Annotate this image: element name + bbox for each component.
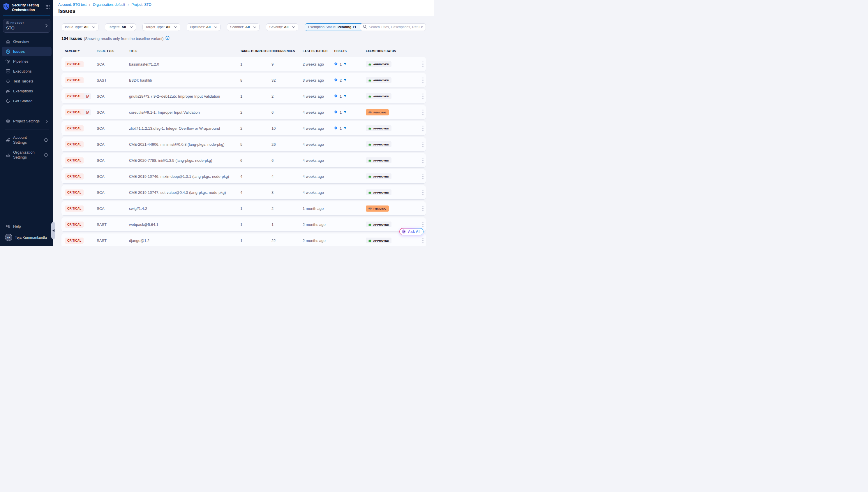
app-switcher-grid-icon[interactable] [46,3,50,10]
issue-type: SCA [97,142,129,147]
sidebar-item-exemptions[interactable]: Exemptions [2,86,52,96]
issue-type: SCA [97,94,129,99]
targets-impacted: 8 [240,78,271,82]
occurrences: 8 [271,190,303,195]
breadcrumb-link[interactable]: Account: STO test [58,3,86,7]
row-menu-button[interactable] [421,156,425,164]
ticket-count: 2 [340,78,342,82]
layers-gear-icon [5,138,10,142]
issue-title: CVE-2020-7788: ini@1.3.5 (lang-pkgs, nod… [129,158,240,163]
severity-badge: CRITICAL [65,238,84,244]
exemption-status-badge: APPROVED [366,93,392,99]
filter-exemption-status[interactable]: Exemption Status:Pending +1 [305,23,366,31]
thumbs-up-icon [368,158,372,162]
severity-badge: CRITICAL [65,157,84,164]
row-menu-button[interactable] [421,205,425,213]
row-menu-button[interactable] [421,221,425,228]
filter-severity[interactable]: Severity:All [266,23,298,31]
tickets-cell[interactable]: 1 [334,126,366,131]
issue-type: SCA [97,174,129,179]
sidebar-collapse-handle[interactable] [51,222,55,239]
tickets-cell[interactable]: 2 [334,78,366,83]
tickets-cell[interactable]: 1 [334,110,366,115]
issue-title: swig//1.4.2 [129,206,240,211]
ticket-count: 1 [340,126,342,130]
breadcrumb-link[interactable]: Project: STO [131,3,151,7]
caret-down-icon [344,111,346,113]
info-icon[interactable] [165,36,169,41]
targets-impacted: 1 [240,62,271,67]
ask-ai-button[interactable]: Ask AI [399,228,423,235]
last-detected: 2 months ago [303,222,334,227]
row-menu-button[interactable] [421,60,425,68]
filter-scanner[interactable]: Scanner:All [227,23,260,31]
filter-issue-type[interactable]: Issue Type:All [62,23,99,31]
home-icon [5,39,10,44]
sidebar-item-test-targets[interactable]: Test Targets [2,76,52,86]
eye-off-icon [368,207,372,211]
row-menu-button[interactable] [421,92,425,100]
row-menu-button[interactable] [421,237,425,245]
table-row[interactable]: CRITICAL SCA CVE-2020-7788: ini@1.3.5 (l… [61,153,426,167]
filter-pipelines[interactable]: Pipelines:All [187,23,220,31]
row-menu-button[interactable] [421,108,425,116]
info-icon[interactable] [44,138,48,142]
sidebar-item-issues[interactable]: Issues [2,47,52,56]
sidebar-item-overview[interactable]: Overview [2,37,52,46]
help-chat-icon: ? [5,224,10,229]
info-icon[interactable] [44,153,48,157]
table-row[interactable]: CRITICAL SCA swig//1.4.2 1 2 1 month ago [61,201,426,215]
column-header: OCCURRENCES [271,50,303,53]
search-box [360,23,426,31]
table-row[interactable]: CRITICAL SAST B324: hashlib 8 32 3 weeks… [61,73,426,87]
tickets-cell[interactable]: 1 [334,62,366,67]
thumbs-up-icon [368,143,372,146]
targets-impacted: 1 [240,239,271,243]
row-menu-button[interactable] [421,124,425,132]
help-button[interactable]: ? Help [2,222,52,231]
sidebar-item-pipelines[interactable]: Pipelines [2,56,52,66]
table-row[interactable]: CRITICAL SCA bassmaster//1.2.0 1 9 2 wee… [61,57,426,71]
row-menu-button[interactable] [421,189,425,196]
issue-title: CVE-2021-44906: minimist@0.0.8 (lang-pkg… [129,142,240,147]
sidebar-footer: ? Help TK Teja Kummarikuntla [0,218,53,246]
exemption-status-badge: APPROVED [366,173,392,179]
table-row[interactable]: CRITICAL SCA gnutls28@3.7.9-2+deb12u5: I… [61,89,426,103]
row-menu-button[interactable] [421,173,425,180]
last-detected: 4 weeks ago [303,158,334,163]
row-menu-button[interactable] [421,141,425,148]
severity-badge: CRITICAL [65,125,84,131]
filter-target-type[interactable]: Target Type:All [142,23,180,31]
sidebar-item-project-settings[interactable]: Project Settings [2,116,52,126]
occurrences: 10 [271,126,303,130]
caret-down-icon [344,95,346,97]
table-row[interactable]: CRITICAL SCA zlib@1:1.2.13.dfsg-1: Integ… [61,121,426,135]
exemption-status-badge: APPROVED [366,238,392,243]
table-row[interactable]: CRITICAL SCA coreutils@9.1-1: Improper I… [61,105,426,119]
targets-impacted: 6 [240,158,271,163]
chevron-down-icon [292,26,295,28]
sidebar-item-organization-settings[interactable]: Organization Settings [2,147,52,162]
sidebar-item-account-settings[interactable]: Account Settings [2,132,52,147]
table-row[interactable]: CRITICAL SCA CVE-2019-10746: mixin-deep@… [61,169,426,183]
user-profile[interactable]: TK Teja Kummarikuntla [2,231,52,244]
row-menu-button[interactable] [421,76,425,84]
table-row[interactable]: CRITICAL SAST django@1.2 1 22 2 months a… [61,233,426,246]
table-row[interactable]: CRITICAL SCA CVE-2021-44906: minimist@0.… [61,137,426,151]
table-row[interactable]: CRITICAL SAST webpack@5.64.1 1 1 2 month… [61,217,426,231]
filter-targets[interactable]: Targets:All [105,23,136,31]
issue-type: SAST [97,78,129,82]
target-icon [5,79,10,84]
exemption-status-badge: APPROVED [366,190,392,195]
thumbs-up-icon [368,223,372,226]
table-row[interactable]: CRITICAL SCA CVE-2019-10747: set-value@0… [61,186,426,199]
issue-title: gnutls28@3.7.9-2+deb12u5: Improper Input… [129,94,240,99]
sidebar-item-executions[interactable]: Executions [2,67,52,76]
ticket-count: 1 [340,94,342,99]
tickets-cell[interactable]: 1 [334,94,366,99]
search-input[interactable] [369,25,423,29]
sidebar: Security Testing Orchestration PROJECT S… [0,0,53,246]
sidebar-item-get-started[interactable]: Get Started [2,96,52,106]
project-selector[interactable]: PROJECT STO [3,19,50,33]
breadcrumb-link[interactable]: Organization: default [93,3,125,7]
